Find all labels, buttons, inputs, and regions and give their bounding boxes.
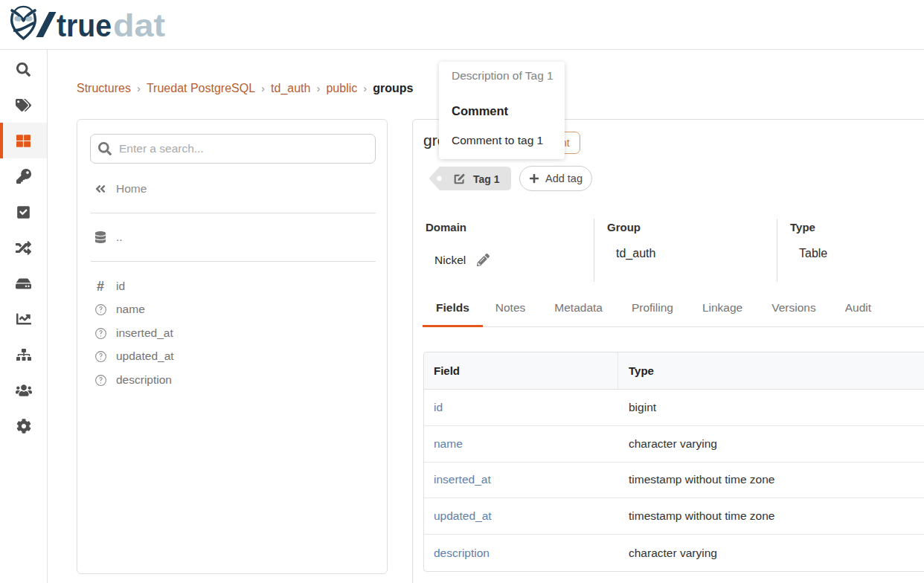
svg-text:dat: dat [113, 7, 165, 43]
svg-text:true: true [57, 7, 112, 43]
svg-text:Tag 1: Tag 1 [473, 173, 500, 185]
